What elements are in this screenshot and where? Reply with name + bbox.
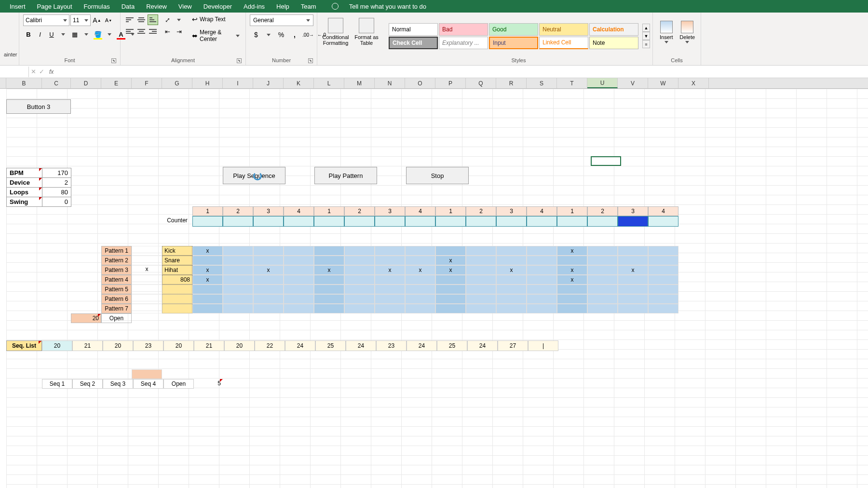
percent-button[interactable]: % xyxy=(275,29,287,41)
underline-button[interactable]: U xyxy=(46,29,57,40)
step-cell[interactable]: x xyxy=(557,246,587,256)
instrument-cell[interactable]: Kick xyxy=(162,246,192,256)
stop-button[interactable]: Stop xyxy=(406,167,469,184)
counter-cell[interactable] xyxy=(284,216,314,227)
fx-icon[interactable]: fx xyxy=(46,68,56,75)
seq-list-cell[interactable]: 20 xyxy=(42,340,72,351)
counter-cell[interactable] xyxy=(527,216,557,227)
fill-dropdown[interactable] xyxy=(104,29,115,40)
seq-list-cell[interactable]: 21 xyxy=(72,340,103,351)
currency-button[interactable]: $ xyxy=(250,29,262,41)
number-format-dropdown[interactable]: General xyxy=(250,14,313,26)
step-cell[interactable] xyxy=(375,304,405,313)
seq-list-cell[interactable]: 24 xyxy=(467,340,498,351)
style-input[interactable]: Input xyxy=(489,37,538,49)
align-middle-button[interactable] xyxy=(136,14,147,25)
col-Q[interactable]: Q xyxy=(466,78,496,88)
device-value[interactable]: 2 xyxy=(42,178,71,188)
step-cell[interactable] xyxy=(587,246,618,256)
step-cell[interactable] xyxy=(587,275,618,285)
col-X[interactable]: X xyxy=(678,78,709,88)
step-cell[interactable] xyxy=(466,304,496,313)
step-cell[interactable] xyxy=(223,256,253,265)
step-cell[interactable] xyxy=(648,304,678,313)
border-button[interactable]: ▦ xyxy=(69,29,80,40)
instrument-cell[interactable]: Hihat xyxy=(162,265,192,275)
col-U[interactable]: U xyxy=(587,78,618,88)
column-headers[interactable]: B C D E F G H I J K L M N O P Q R S T U … xyxy=(0,78,868,89)
step-cell[interactable] xyxy=(284,294,314,304)
step-cell[interactable] xyxy=(284,256,314,265)
counter-cell[interactable] xyxy=(435,216,466,227)
col-V[interactable]: V xyxy=(618,78,648,88)
col-B[interactable]: B xyxy=(6,78,42,88)
step-cell[interactable] xyxy=(466,246,496,256)
step-cell[interactable] xyxy=(587,265,618,275)
style-note[interactable]: Note xyxy=(589,37,638,49)
instrument-cell[interactable] xyxy=(162,294,192,304)
step-cell[interactable]: x xyxy=(557,275,587,285)
step-cell[interactable] xyxy=(375,256,405,265)
counter-cell[interactable] xyxy=(587,216,618,227)
step-cell[interactable] xyxy=(557,294,587,304)
pattern-select-cell[interactable]: x xyxy=(132,265,162,275)
col-L[interactable]: L xyxy=(314,78,344,88)
counter-cell[interactable] xyxy=(648,216,678,227)
step-cell[interactable] xyxy=(192,304,223,313)
step-cell[interactable] xyxy=(192,256,223,265)
pattern-select-cell[interactable] xyxy=(132,275,162,285)
pattern-label[interactable]: Pattern 5 xyxy=(101,285,132,294)
col-T[interactable]: T xyxy=(557,78,587,88)
menu-developer[interactable]: Developer xyxy=(198,3,238,10)
style-calculation[interactable]: Calculation xyxy=(589,23,638,36)
instrument-cell[interactable]: Snare xyxy=(162,256,192,265)
col-P[interactable]: P xyxy=(435,78,466,88)
col-C[interactable]: C xyxy=(42,78,71,88)
step-cell[interactable] xyxy=(375,285,405,294)
step-cell[interactable] xyxy=(435,275,466,285)
seq-list-cell[interactable]: 20 xyxy=(224,340,255,351)
step-cell[interactable] xyxy=(223,246,253,256)
cancel-formula-icon[interactable]: ✕ xyxy=(31,68,36,75)
step-cell[interactable] xyxy=(344,246,375,256)
step-cell[interactable] xyxy=(496,304,527,313)
step-cell[interactable] xyxy=(618,294,648,304)
pattern-select-cell[interactable] xyxy=(132,246,162,256)
step-cell[interactable] xyxy=(466,256,496,265)
menu-insert[interactable]: Insert xyxy=(4,3,31,10)
step-cell[interactable] xyxy=(618,246,648,256)
step-cell[interactable] xyxy=(344,256,375,265)
format-painter-icon[interactable]: ainter xyxy=(4,52,17,57)
col-N[interactable]: N xyxy=(375,78,405,88)
counter-cell[interactable] xyxy=(466,216,496,227)
align-center-button[interactable] xyxy=(136,26,147,37)
step-cell[interactable] xyxy=(253,275,284,285)
step-cell[interactable] xyxy=(253,294,284,304)
step-cell[interactable] xyxy=(496,256,527,265)
step-cell[interactable] xyxy=(496,246,527,256)
orientation-dropdown[interactable] xyxy=(174,14,184,25)
col-M[interactable]: M xyxy=(344,78,375,88)
font-color-button[interactable]: A xyxy=(116,29,126,40)
swing-value[interactable]: 0 xyxy=(42,197,71,207)
format-as-table-button[interactable]: Format as Table xyxy=(352,14,381,49)
seq-list-cell[interactable]: 20 xyxy=(103,340,133,351)
step-cell[interactable] xyxy=(375,275,405,285)
step-cell[interactable] xyxy=(527,294,557,304)
step-cell[interactable] xyxy=(496,294,527,304)
instrument-cell[interactable] xyxy=(162,304,192,313)
menu-review[interactable]: Review xyxy=(140,3,173,10)
col-R[interactable]: R xyxy=(496,78,527,88)
step-cell[interactable] xyxy=(284,275,314,285)
step-cell[interactable] xyxy=(405,304,435,313)
styles-more-button[interactable]: ≡ xyxy=(642,40,650,48)
step-cell[interactable] xyxy=(284,304,314,313)
wrap-text-button[interactable]: ↩Wrap Text xyxy=(190,14,242,24)
pattern-label[interactable]: Pattern 4 xyxy=(101,275,132,285)
step-cell[interactable] xyxy=(587,294,618,304)
step-cell[interactable] xyxy=(223,285,253,294)
pattern-label[interactable]: Pattern 2 xyxy=(101,256,132,265)
step-cell[interactable] xyxy=(405,294,435,304)
align-top-button[interactable] xyxy=(124,14,135,25)
menu-page-layout[interactable]: Page Layout xyxy=(31,3,78,10)
